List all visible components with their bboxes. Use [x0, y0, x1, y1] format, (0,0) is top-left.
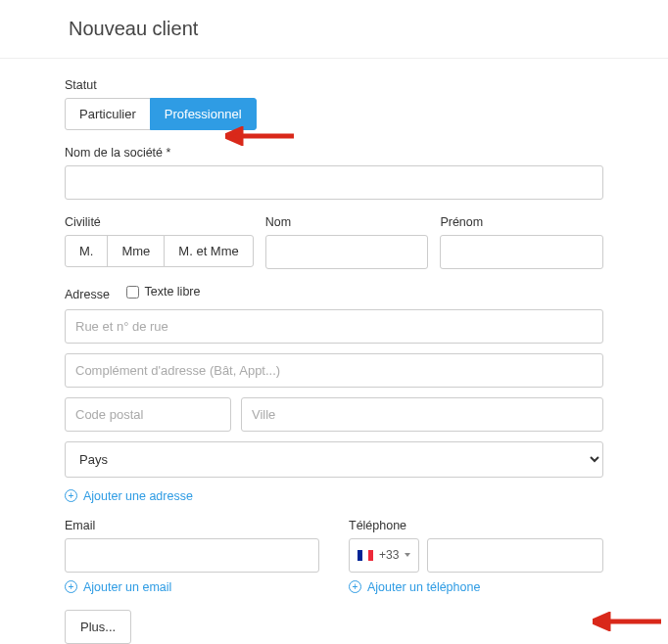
flag-fr-icon	[358, 550, 373, 561]
status-particulier-button[interactable]: Particulier	[65, 98, 151, 130]
status-toggle-group: Particulier Professionnel	[65, 98, 603, 130]
page-title: Nouveau client	[69, 18, 668, 40]
civility-mmme-button[interactable]: M. et Mme	[164, 235, 253, 267]
plus-icon: +	[65, 489, 77, 502]
svg-marker-3	[593, 615, 608, 628]
complement-input[interactable]	[65, 353, 603, 388]
svg-marker-1	[225, 129, 241, 143]
civility-m-button[interactable]: M.	[65, 235, 108, 267]
chevron-down-icon	[405, 553, 410, 557]
add-email-label: Ajouter un email	[83, 580, 171, 594]
add-email-link[interactable]: + Ajouter un email	[65, 580, 171, 594]
firstname-label: Prénom	[440, 215, 603, 229]
add-phone-label: Ajouter un téléphone	[367, 580, 480, 594]
email-input[interactable]	[65, 538, 319, 573]
annotation-arrow-icon	[593, 612, 661, 631]
firstname-input[interactable]	[440, 235, 603, 269]
plus-icon: +	[65, 580, 77, 593]
add-address-label: Ajouter une adresse	[83, 489, 193, 503]
city-input[interactable]	[241, 397, 603, 432]
phone-prefix-value: +33	[379, 548, 399, 562]
more-button[interactable]: Plus...	[65, 610, 131, 644]
email-label: Email	[65, 519, 319, 532]
postal-input[interactable]	[65, 397, 231, 432]
annotation-arrow-icon	[225, 126, 294, 146]
company-label: Nom de la société *	[65, 146, 603, 160]
civility-toggle-group: M. Mme M. et Mme	[65, 235, 254, 267]
address-label: Adresse	[65, 288, 110, 301]
phone-prefix-select[interactable]: +33	[349, 538, 419, 573]
company-input[interactable]	[65, 165, 603, 200]
civility-mme-button[interactable]: Mme	[107, 235, 165, 267]
add-address-link[interactable]: + Ajouter une adresse	[65, 489, 193, 503]
civility-label: Civilité	[65, 215, 254, 229]
phone-label: Téléphone	[349, 519, 603, 532]
lastname-label: Nom	[265, 215, 429, 229]
country-select[interactable]: Pays	[65, 441, 603, 478]
freetext-checkbox[interactable]	[126, 286, 139, 299]
phone-input[interactable]	[427, 538, 603, 573]
street-input[interactable]	[65, 309, 603, 344]
add-phone-link[interactable]: + Ajouter un téléphone	[349, 580, 480, 594]
lastname-input[interactable]	[265, 235, 429, 269]
plus-icon: +	[349, 580, 361, 593]
status-label: Statut	[65, 78, 603, 92]
freetext-label: Texte libre	[144, 285, 200, 299]
